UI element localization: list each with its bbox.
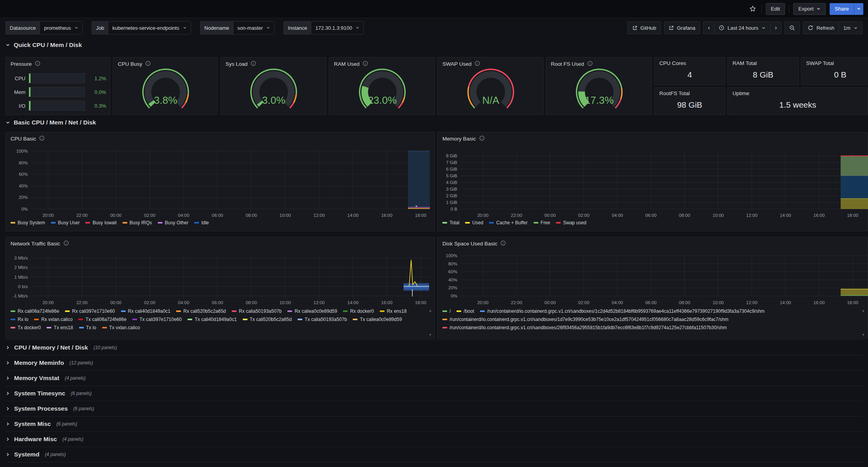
variable-value-dropdown[interactable]: son-master [233,22,274,34]
github-link-button[interactable]: GitHub [628,22,661,34]
share-button[interactable]: Share [830,3,854,15]
legend: //boot/run/containerd/io.containerd.grpc… [442,308,858,330]
time-shift-forward-button[interactable]: › [770,22,781,34]
panel-title[interactable]: CPU Cores [659,60,686,66]
legend-item[interactable]: Busy IRQs [123,220,152,225]
row-system-misc[interactable]: System Misc(6 panels) [5,416,863,431]
zoom-out-time-button[interactable] [785,22,800,34]
row-storage-disk[interactable]: Storage Disk(9 panels) [5,462,863,467]
legend-item[interactable]: Busy System [11,220,45,225]
legend-scroll-up-icon[interactable]: ▲ [429,309,432,312]
variable-value-dropdown[interactable]: prometheus [40,22,82,34]
row-memory-vmstat[interactable]: Memory Vmstat(4 panels) [5,370,863,386]
panel-title[interactable]: RAM Usedi [334,61,368,67]
edit-button[interactable]: Edit [766,3,785,15]
row-memory-meminfo[interactable]: Memory Meminfo(12 panels) [5,355,863,370]
legend-item[interactable]: Tx calia50193a507b [298,317,347,322]
row-system-timesync[interactable]: System Timesync(6 panels) [5,386,863,401]
chevron-right-icon [5,345,10,350]
panel-title[interactable]: CPU Basic i [11,135,45,142]
row-title: System Timesync [14,390,65,397]
panel-title[interactable]: Root FS Usedi [551,61,593,67]
info-icon[interactable]: i [39,135,45,142]
row-system-processes[interactable]: System Processes(6 panels) [5,401,863,416]
info-icon[interactable]: i [475,61,480,67]
legend-item[interactable]: Tx cali40d1849a0c1 [188,317,236,322]
variable-value-dropdown[interactable]: 172.30.1.3:9100 [311,22,363,34]
refresh-button[interactable]: Refresh [803,22,839,34]
legend-item[interactable]: Rx docker0 [343,308,374,314]
legend-item[interactable]: Rx vxlan.calico [34,317,72,322]
info-icon[interactable]: i [35,61,40,67]
legend-item[interactable]: /run/containerd/io.containerd.grpc.v1.cr… [480,308,765,314]
legend-item[interactable]: Busy Iowait [85,220,116,225]
legend-item[interactable]: Tx lo [79,325,96,330]
info-icon[interactable]: i [500,240,506,247]
legend-item[interactable]: Idle [194,220,209,225]
legend-item[interactable]: Rx cali06a724fe86e [11,308,59,314]
panel-title[interactable]: Pressure i [11,61,40,67]
cpu_basic-plot[interactable]: 20:0022:0000:0002:0004:0006:0008:0010:00… [6,132,435,232]
grafana-link-button[interactable]: Grafana [664,22,700,34]
chevron-down-icon [183,26,187,30]
legend-scroll-up-icon[interactable]: ▲ [862,309,865,312]
legend-item[interactable]: Used [465,220,483,225]
legend-item[interactable]: Tx cali397e1710e60 [132,317,182,322]
legend-item[interactable]: Busy User [51,220,79,225]
legend-item[interactable]: Rx ens18 [380,308,407,314]
legend-item[interactable]: Rx calia50193a507b [232,308,282,314]
info-icon[interactable]: i [479,135,485,142]
info-icon[interactable]: i [145,61,151,67]
time-range-button[interactable]: Last 24 hours [714,22,771,34]
section-quick-cpu-mem-disk[interactable]: Quick CPU / Mem / Disk [5,41,82,49]
section-basic-cpu-mem-net-disk[interactable]: Basic CPU / Mem / Net / Disk [5,119,96,126]
info-icon[interactable]: i [251,61,256,67]
legend-item[interactable]: Rx caliea0c0e89d59 [287,308,337,314]
export-button[interactable]: Export [793,3,826,15]
legend-item[interactable]: /run/containerd/io.containerd.grpc.v1.cr… [442,317,729,322]
legend-item[interactable]: Rx cali520b5c2a65d [176,308,226,314]
panel-title[interactable]: Disk Space Used Basic i [442,240,506,247]
legend-item[interactable]: Tx cali520b5c2a65d [243,317,292,322]
panel-title[interactable]: SWAP Total [806,60,834,66]
panel-title[interactable]: RootFS Total [659,90,690,96]
row-hardware-misc[interactable]: Hardware Misc(4 panels) [5,431,863,447]
legend-item[interactable]: Tx caliea0c0e89d59 [353,317,402,322]
time-shift-back-button[interactable]: ‹ [703,22,715,34]
share-menu-button[interactable] [854,3,863,15]
legend-item[interactable]: Rx cali40d1849a0c1 [121,308,171,314]
panel-title[interactable]: Network Traffic Basic i [11,240,69,247]
info-icon[interactable]: i [63,240,69,247]
legend-item[interactable]: /run/containerd/io.containerd.grpc.v1.cr… [442,325,727,330]
panel-title[interactable]: Sys Loadi [226,61,256,67]
panel-title[interactable]: Memory Basic i [442,135,485,142]
memory_basic-plot[interactable]: 20:0022:0000:0002:0004:0006:0008:0010:00… [438,132,868,232]
legend-item[interactable]: Tx ens18 [47,325,73,330]
legend-scroll-down-icon[interactable]: ▼ [429,334,432,337]
panel-title[interactable]: CPU Busyi [118,61,151,67]
svg-text:16:00: 16:00 [814,300,825,305]
legend-item[interactable]: Rx lo [11,317,28,322]
legend-item[interactable]: /boot [457,308,474,314]
legend-item[interactable]: Busy Other [158,220,188,225]
variable-value-dropdown[interactable]: kubernetes-service-endpoints [108,22,191,34]
panel-title[interactable]: SWAP Usedi [442,61,480,67]
row-systemd[interactable]: Systemd(4 panels) [5,447,863,462]
row-cpu-memory-net-disk[interactable]: CPU / Memory / Net / Disk(10 panels) [5,340,863,355]
legend-item[interactable]: Tx vxlan.calico [102,325,140,330]
legend-scroll-down-icon[interactable]: ▼ [862,334,865,337]
favorite-star-icon[interactable] [748,4,758,14]
legend-item[interactable]: Tx docker0 [11,325,41,330]
legend-item[interactable]: Swap used [556,220,586,225]
legend-item[interactable]: Total [442,220,459,225]
refresh-interval-button[interactable]: 1m [839,22,863,34]
info-icon[interactable]: i [363,61,368,67]
panel-title[interactable]: Uptime [733,90,749,96]
legend-item[interactable]: Free [534,220,550,225]
legend-item[interactable]: Tx cali06a724fe86e [78,317,126,322]
legend-item[interactable]: Cache + Buffer [489,220,527,225]
legend-item[interactable]: Rx cali397e1710e60 [65,308,115,314]
info-icon[interactable]: i [587,61,593,67]
legend-item[interactable]: / [442,308,451,314]
panel-title[interactable]: RAM Total [733,60,757,66]
